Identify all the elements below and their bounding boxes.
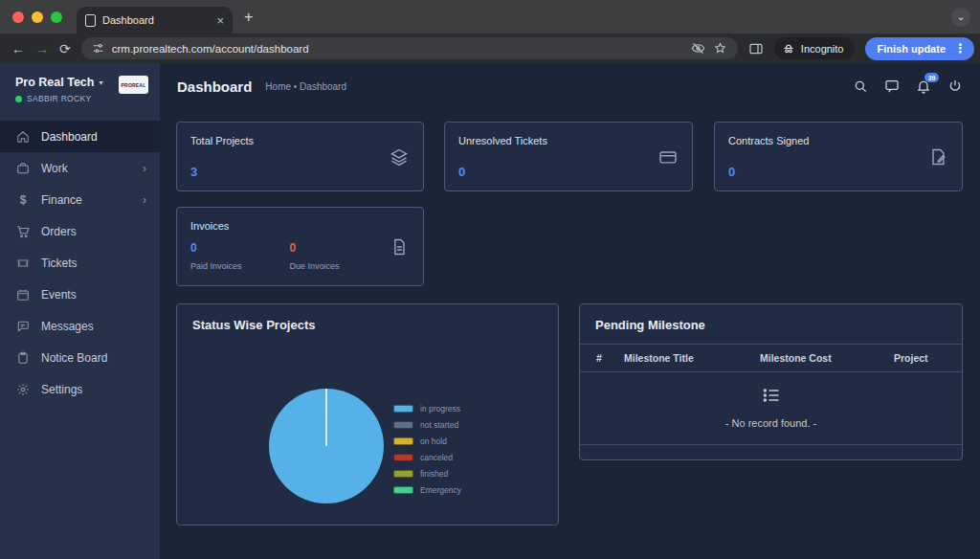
search-icon[interactable] (853, 78, 868, 94)
finish-update-button[interactable]: Finish update (865, 37, 975, 60)
sidebar-item-messages[interactable]: Messages (0, 310, 160, 342)
legend-swatch (393, 405, 413, 413)
calendar-icon (16, 288, 30, 302)
pie-slice-divider (325, 389, 327, 446)
incognito-label: Incognito (801, 43, 844, 55)
sidebar-item-label: Settings (41, 383, 82, 396)
sidebar-item-finance[interactable]: Finance (0, 184, 160, 215)
sidebar-nav: Dashboard Work Finance Orders Tickets (0, 121, 160, 405)
side-panel-icon[interactable] (748, 41, 764, 56)
chat-icon[interactable] (884, 78, 900, 94)
legend-item[interactable]: in progress (393, 404, 461, 414)
reload-button[interactable] (59, 42, 71, 56)
browser-tabstrip: Dashboard (0, 0, 980, 34)
sidebar-item-dashboard[interactable]: Dashboard (0, 121, 160, 152)
layers-icon (390, 147, 409, 167)
site-settings-icon[interactable] (92, 42, 104, 55)
window-minimize-button[interactable] (32, 11, 43, 23)
legend-item[interactable]: canceled (393, 453, 461, 462)
column-header: Milestone Title (624, 352, 760, 364)
card-value: 0 (728, 165, 735, 179)
company-logo: PROREAL (119, 76, 148, 94)
sidebar-item-label: Messages (41, 320, 94, 333)
contracts-signed-card: Contracts Signed 0 (714, 122, 963, 191)
sidebar-item-work[interactable]: Work (0, 152, 160, 184)
paid-invoices-label: Paid Invoices (190, 261, 242, 271)
column-header: Milestone Cost (760, 352, 894, 364)
tab-search-chevron-icon[interactable] (951, 8, 970, 27)
table-title: Pending Milestone (580, 304, 962, 332)
chevron-right-icon (143, 193, 146, 207)
pending-milestone-card: Pending Milestone # Milestone Title Mile… (579, 303, 963, 460)
notification-badge: 39 (924, 73, 939, 82)
legend-label: finished (420, 469, 448, 479)
status-wise-projects-card: Status Wise Projects in progress not sta… (176, 303, 559, 525)
browser-tab[interactable]: Dashboard (77, 7, 233, 34)
due-invoices-label: Due Invoices (290, 261, 340, 271)
sidebar-item-tickets[interactable]: Tickets (0, 247, 160, 279)
legend-swatch (393, 437, 413, 445)
url-text: crm.prorealtech.com/account/dashboard (112, 43, 683, 55)
tab-close-icon[interactable] (216, 13, 224, 28)
window-close-button[interactable] (12, 11, 24, 23)
chart-title: Status Wise Projects (177, 304, 558, 332)
home-icon (16, 130, 30, 144)
user-status: SABBIR ROCKY (15, 94, 102, 103)
column-header: Project (894, 352, 962, 364)
back-button[interactable] (11, 42, 25, 56)
sidebar-item-label: Work (41, 162, 68, 175)
card-title: Total Projects (190, 135, 410, 146)
page-header: Dashboard Home • Dashboard 39 (160, 63, 980, 109)
sidebar-item-settings[interactable]: Settings (0, 373, 160, 405)
browser-menu-icon[interactable] (954, 41, 970, 56)
window-zoom-button[interactable] (51, 11, 62, 23)
legend-label: Emergency (420, 485, 461, 495)
card-value: 0 (458, 165, 465, 179)
sidebar-item-label: Events (41, 288, 77, 302)
legend-item[interactable]: finished (393, 469, 461, 479)
sidebar-item-label: Notice Board (41, 351, 107, 365)
sidebar-item-label: Orders (41, 225, 77, 238)
pie-chart (269, 389, 384, 503)
chevron-down-icon (99, 78, 102, 87)
tab-favicon (85, 14, 96, 27)
legend-swatch (393, 454, 413, 461)
empty-text: - No record found. - (580, 417, 962, 429)
breadcrumb: Home • Dashboard (265, 81, 346, 92)
url-bar[interactable]: crm.prorealtech.com/account/dashboard (81, 37, 738, 59)
table-empty-state: - No record found. - (580, 372, 962, 445)
sidebar-item-orders[interactable]: Orders (0, 215, 160, 247)
empty-list-icon (762, 386, 781, 405)
bell-icon[interactable]: 39 (916, 78, 931, 94)
company-name: Pro Real Tech (15, 76, 94, 89)
sidebar: Pro Real Tech SABBIR ROCKY PROREAL Dashb… (0, 63, 160, 559)
forward-button[interactable] (35, 42, 49, 56)
legend-label: not started (420, 420, 458, 430)
sidebar-item-notice-board[interactable]: Notice Board (0, 342, 160, 373)
file-icon (390, 237, 409, 257)
new-tab-button[interactable] (244, 9, 253, 26)
page-title: Dashboard (177, 78, 252, 95)
gear-icon (16, 383, 30, 396)
card-title: Contracts Signed (728, 135, 948, 146)
total-projects-card: Total Projects 3 (176, 122, 424, 191)
sidebar-item-label: Dashboard (41, 130, 98, 144)
chevron-right-icon (143, 162, 146, 175)
main-content: Dashboard Home • Dashboard 39 Total Proj… (160, 63, 980, 559)
table-header-row: # Milestone Title Milestone Cost Project (580, 344, 962, 372)
legend-label: canceled (420, 453, 453, 462)
paid-invoices-stat: 0 Paid Invoices (190, 241, 242, 271)
bookmark-star-icon[interactable] (713, 41, 727, 56)
legend-item[interactable]: Emergency (393, 485, 461, 495)
sidebar-item-events[interactable]: Events (0, 279, 160, 310)
eye-off-icon[interactable] (691, 41, 705, 56)
user-name: SABBIR ROCKY (27, 94, 91, 103)
workspace-switcher[interactable]: Pro Real Tech (15, 76, 102, 89)
browser-toolbar: crm.prorealtech.com/account/dashboard In… (0, 34, 980, 63)
tab-title: Dashboard (102, 14, 210, 26)
incognito-icon (782, 42, 795, 56)
unresolved-tickets-card: Unresolved Tickets 0 (444, 122, 693, 191)
legend-item[interactable]: on hold (393, 436, 461, 446)
legend-item[interactable]: not started (393, 420, 461, 430)
power-icon[interactable] (947, 78, 963, 94)
